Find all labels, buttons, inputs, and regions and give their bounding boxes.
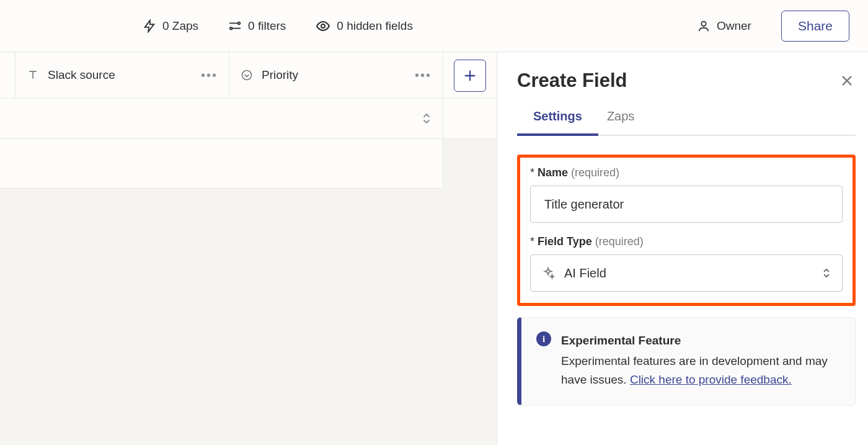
panel-title: Create Field (517, 70, 627, 92)
column-menu-icon[interactable]: ••• (415, 68, 432, 83)
field-type-select[interactable]: AI Field (530, 254, 843, 292)
svg-point-3 (230, 27, 232, 29)
row-gutter (0, 99, 16, 138)
field-type-value: AI Field (564, 266, 606, 281)
cell-priority[interactable] (229, 99, 443, 138)
feedback-link[interactable]: Click here to provide feedback. (630, 373, 792, 386)
zaps-count-label: 0 Zaps (162, 19, 198, 33)
zap-icon (143, 19, 156, 33)
hidden-fields-label: 0 hidden fields (337, 19, 413, 33)
tab-zaps[interactable]: Zaps (607, 109, 634, 135)
eye-icon (316, 19, 330, 34)
svg-point-6 (242, 71, 252, 80)
column-label: Priority (262, 68, 298, 82)
create-field-panel: Create Field Settings Zaps * Name (requi… (497, 52, 868, 445)
svg-point-4 (321, 24, 325, 28)
info-title: Experimental Feature (561, 331, 840, 349)
sparkle-icon (542, 266, 556, 280)
svg-point-5 (701, 21, 706, 25)
share-button[interactable]: Share (781, 11, 849, 42)
sort-icon (422, 112, 432, 125)
column-header-slack-source[interactable]: Slack source ••• (16, 52, 229, 98)
hidden-fields-count[interactable]: 0 hidden fields (316, 19, 413, 34)
info-icon: i (536, 331, 551, 346)
person-icon (697, 19, 711, 33)
experimental-info: i Experimental Feature Experimental feat… (517, 317, 856, 405)
add-column-button[interactable] (454, 60, 486, 92)
svg-point-1 (238, 22, 241, 24)
highlighted-fields: * Name (required) * Field Type (required… (517, 155, 856, 306)
cell-slack-source[interactable] (16, 99, 229, 138)
zaps-count[interactable]: 0 Zaps (143, 19, 198, 33)
field-type-label: * Field Type (required) (530, 235, 843, 248)
filters-count[interactable]: 0 filters (228, 19, 286, 33)
info-body: Experimental features are in development… (561, 352, 840, 389)
tab-settings[interactable]: Settings (533, 109, 582, 135)
text-type-icon (27, 69, 39, 81)
column-header-priority[interactable]: Priority ••• (229, 52, 443, 98)
column-label: Slack source (48, 68, 115, 82)
name-label: * Name (required) (530, 166, 843, 179)
close-button[interactable] (838, 72, 856, 89)
owner-label: Owner (717, 19, 751, 33)
name-input[interactable] (530, 186, 843, 223)
column-menu-icon[interactable]: ••• (201, 68, 218, 83)
empty-row-area[interactable] (0, 139, 443, 189)
owner-display[interactable]: Owner (697, 19, 751, 33)
filters-count-label: 0 filters (248, 19, 286, 33)
table-area: Slack source ••• Priority ••• (0, 52, 497, 445)
chevron-updown-icon (822, 267, 831, 279)
filter-icon (228, 19, 242, 33)
row-number-gutter (0, 52, 16, 98)
select-type-icon (241, 69, 253, 81)
